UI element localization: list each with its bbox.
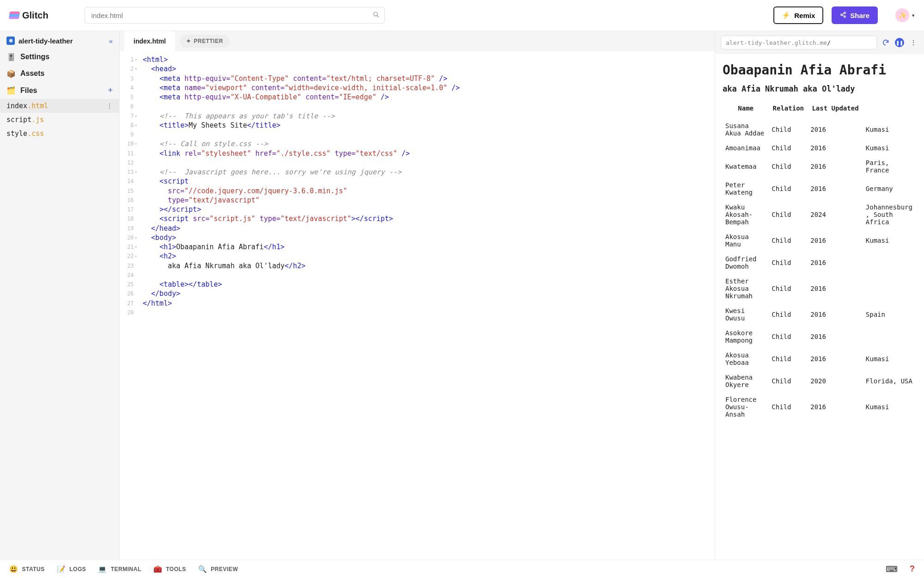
chevron-down-icon: ▾ — [912, 12, 915, 18]
svg-line-1 — [377, 15, 378, 17]
svg-line-5 — [842, 13, 844, 14]
account-menu[interactable]: ✨ ▾ — [886, 8, 915, 22]
svg-point-4 — [844, 16, 846, 18]
topbar: Glitch ⚡ Remix Share ✨ ▾ — [0, 0, 924, 31]
remix-button[interactable]: ⚡ Remix — [773, 6, 823, 24]
glitch-logo-icon — [9, 12, 20, 19]
search-input[interactable] — [85, 7, 385, 24]
remix-label: Remix — [794, 12, 815, 19]
brand-name: Glitch — [22, 10, 49, 21]
svg-line-6 — [842, 15, 844, 16]
share-icon — [840, 12, 846, 19]
share-label: Share — [850, 12, 869, 19]
search-container — [85, 7, 385, 24]
share-button[interactable]: Share — [832, 6, 878, 24]
logo[interactable]: Glitch — [9, 10, 49, 21]
search-icon[interactable] — [373, 12, 379, 19]
svg-point-0 — [373, 12, 377, 16]
svg-point-3 — [841, 14, 843, 16]
avatar: ✨ — [895, 8, 909, 22]
svg-point-2 — [844, 12, 846, 14]
lightning-icon: ⚡ — [782, 11, 790, 19]
